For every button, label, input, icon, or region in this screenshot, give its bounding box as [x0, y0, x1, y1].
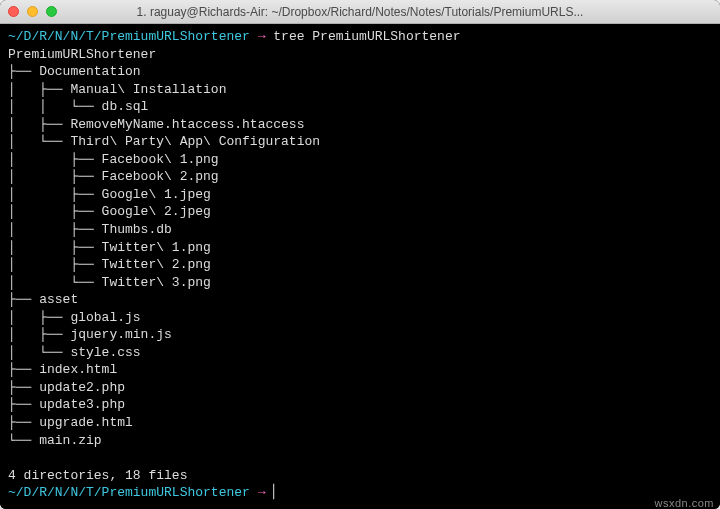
tree-line: │ ├── Google\ 2.jpeg [8, 204, 211, 219]
command-text: tree PremiumURLShortener [273, 29, 460, 44]
terminal-body[interactable]: ~/D/R/N/N/T/PremiumURLShortener → tree P… [0, 24, 720, 509]
tree-line: │ ├── Manual\ Installation [8, 82, 226, 97]
tree-line: │ ├── Thumbs.db [8, 222, 172, 237]
tree-line: ├── update2.php [8, 380, 125, 395]
tree-line: │ └── style.css [8, 345, 141, 360]
tree-line: │ ├── global.js [8, 310, 141, 325]
tree-line: │ ├── Twitter\ 2.png [8, 257, 211, 272]
tree-line: │ └── Twitter\ 3.png [8, 275, 211, 290]
tree-line: │ ├── Twitter\ 1.png [8, 240, 211, 255]
tree-line: │ ├── Facebook\ 2.png [8, 169, 219, 184]
terminal-window: 1. raguay@Richards-Air: ~/Dropbox/Richar… [0, 0, 720, 509]
tree-line: ├── Documentation [8, 64, 141, 79]
watermark-text: wsxdn.com [654, 497, 714, 509]
tree-line: └── main.zip [8, 433, 102, 448]
prompt-path: ~/D/R/N/N/T/PremiumURLShortener [8, 29, 250, 44]
traffic-lights [8, 6, 57, 17]
tree-line: │ ├── RemoveMyName.htaccess.htaccess [8, 117, 304, 132]
tree-line: │ ├── Google\ 1.jpeg [8, 187, 211, 202]
tree-line: │ ├── jquery.min.js [8, 327, 172, 342]
prompt-arrow-icon: → [258, 485, 266, 500]
tree-line: ├── update3.php [8, 397, 125, 412]
tree-line: PremiumURLShortener [8, 47, 156, 62]
tree-line: │ │ └── db.sql [8, 99, 148, 114]
prompt-path: ~/D/R/N/N/T/PremiumURLShortener [8, 485, 250, 500]
cursor-icon: ▏ [273, 485, 281, 500]
window-title: 1. raguay@Richards-Air: ~/Dropbox/Richar… [0, 5, 720, 19]
titlebar[interactable]: 1. raguay@Richards-Air: ~/Dropbox/Richar… [0, 0, 720, 24]
prompt-arrow-icon: → [258, 29, 266, 44]
close-icon[interactable] [8, 6, 19, 17]
tree-line: │ └── Third\ Party\ App\ Configuration [8, 134, 320, 149]
tree-line: │ ├── Facebook\ 1.png [8, 152, 219, 167]
tree-summary: 4 directories, 18 files [8, 468, 187, 483]
maximize-icon[interactable] [46, 6, 57, 17]
tree-line: ├── index.html [8, 362, 117, 377]
minimize-icon[interactable] [27, 6, 38, 17]
tree-line: ├── asset [8, 292, 78, 307]
tree-line: ├── upgrade.html [8, 415, 133, 430]
